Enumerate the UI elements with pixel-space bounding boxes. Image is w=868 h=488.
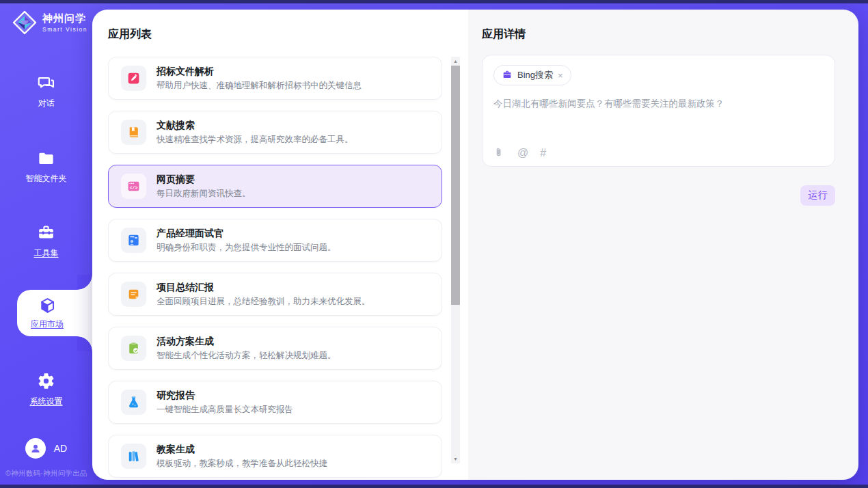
app-card-research-report[interactable]: 研究报告 一键智能生成高质量长文本研究报告 [108,381,442,424]
app-name: 研究报告 [157,389,293,402]
app-list-panel: 应用列表 招标文件解析 帮助用户快速、准确地理解和解析招标书中的关键信息 [92,10,468,480]
cube-icon [38,297,57,315]
clipboard-check-icon [121,336,146,361]
app-desc: 一键智能生成高质量长文本研究报告 [157,404,293,416]
gear-icon [37,372,55,390]
app-card-list: 招标文件解析 帮助用户快速、准确地理解和解析招标书中的关键信息 文献搜索 [108,57,442,480]
sidebar-item-chat[interactable]: 对话 [0,74,92,109]
scroll-down-arrow-icon[interactable]: ▼ [451,455,460,463]
avatar [25,438,46,459]
app-card-project-summary[interactable]: 项目总结汇报 全面回顾项目进展，总结经验教训，助力未来优化发展。 [108,273,442,316]
app-desc: 智能生成个性化活动方案，轻松解决规划难题。 [157,350,336,362]
sidebar-item-label: 工具集 [34,247,59,259]
app-desc: 模板驱动，教案秒成，教学准备从此轻松快捷 [157,458,327,470]
app-card-literature-search[interactable]: 文献搜索 快速精准查找学术资源，提高研究效率的必备工具。 [108,111,442,154]
scrollbar-thumb[interactable] [451,66,460,305]
sidebar-item-toolset[interactable]: 工具集 [0,223,92,259]
app-card-lesson-plan[interactable]: 教案生成 模板驱动，教案秒成，教学准备从此轻松快捷 [108,435,442,478]
sidebar-item-label: 系统设置 [30,396,63,407]
tool-chip-label: Bing搜索 [517,69,553,81]
tool-chip-bing-search[interactable]: Bing搜索 × [493,65,571,85]
person-icon [29,442,42,455]
brand-tagline: Smart Vision [42,26,87,33]
at-icon[interactable]: @ [517,148,528,159]
content-area: 应用列表 招标文件解析 帮助用户快速、准确地理解和解析招标书中的关键信息 [92,10,858,480]
app-card-event-plan[interactable]: 活动方案生成 智能生成个性化活动方案，轻松解决规划难题。 [108,327,442,370]
app-desc: 每日政府新闻资讯快查。 [157,188,251,200]
sidebar-item-label: 智能文件夹 [26,173,67,185]
list-scrollbar[interactable]: ▲ ▼ [451,57,460,463]
chat-icon [37,74,55,92]
app-desc: 快速精准查找学术资源，提高研究效率的必备工具。 [157,134,353,146]
sidebar: 神州问学 Smart Vision 对话 智能文件夹 [0,3,92,485]
sidebar-item-settings[interactable]: 系统设置 [0,372,92,407]
folder-icon [37,149,55,167]
book-icon [121,120,146,145]
briefcase-icon [502,70,513,81]
user-initials: AD [54,443,67,454]
app-window: 神州问学 Smart Vision 对话 智能文件夹 [0,0,868,488]
document-edit-icon [121,66,146,91]
svg-text:</>: </> [130,186,138,191]
sidebar-item-label: 应用市场 [31,318,64,330]
diamond-logo-icon [12,10,38,36]
sidebar-item-smart-folder[interactable]: 智能文件夹 [0,149,92,185]
interviewer-icon [121,228,146,253]
app-desc: 明确身份和职责，为您提供专业性的面试问题。 [157,242,336,254]
app-desc: 全面回顾项目进展，总结经验教训，助力未来优化发展。 [157,296,370,308]
run-button[interactable]: 运行 [800,185,835,206]
app-list-title: 应用列表 [108,27,152,42]
app-card-web-summary[interactable]: </> 网页摘要 每日政府新闻资讯快查。 [108,165,442,208]
prompt-toolbar: @ # [494,147,546,159]
webpage-code-icon: </> [121,174,146,199]
app-detail-title: 应用详情 [482,27,526,42]
toolbox-icon [37,223,55,242]
research-flask-icon [121,390,146,415]
paperclip-icon[interactable] [494,147,506,159]
brand-logo: 神州问学 Smart Vision [12,10,87,36]
copyright-footer: ©神州数码·神州问学出品 [5,469,87,478]
brand-name: 神州问学 [42,12,87,25]
app-name: 产品经理面试官 [157,227,336,240]
app-name: 文献搜索 [157,119,353,132]
app-name: 项目总结汇报 [157,281,370,294]
hash-icon[interactable]: # [540,148,546,159]
app-card-tender-parsing[interactable]: 招标文件解析 帮助用户快速、准确地理解和解析招标书中的关键信息 [108,57,442,100]
app-name: 网页摘要 [157,173,251,186]
books-icon [121,444,146,469]
note-icon [121,282,146,307]
sidebar-item-app-market[interactable]: 应用市场 [17,290,92,336]
app-name: 活动方案生成 [157,335,336,348]
prompt-text[interactable]: 今日湖北有哪些新闻要点？有哪些需要关注的最新政策？ [493,98,824,110]
scroll-up-arrow-icon[interactable]: ▲ [451,57,460,66]
close-icon[interactable]: × [558,71,563,80]
prompt-card[interactable]: Bing搜索 × 今日湖北有哪些新闻要点？有哪些需要关注的最新政策？ @ # [482,55,835,167]
app-card-pm-interviewer[interactable]: 产品经理面试官 明确身份和职责，为您提供专业性的面试问题。 [108,219,442,262]
app-name: 教案生成 [157,443,327,456]
sidebar-item-label: 对话 [38,98,55,109]
app-detail-panel: 应用详情 Bing搜索 × 今日湖北有哪些新闻要点？有哪些需要关注的最新政策？ [468,10,858,480]
app-desc: 帮助用户快速、准确地理解和解析招标书中的关键信息 [157,80,362,92]
app-name: 招标文件解析 [157,65,362,78]
user-account[interactable]: AD [0,438,92,459]
